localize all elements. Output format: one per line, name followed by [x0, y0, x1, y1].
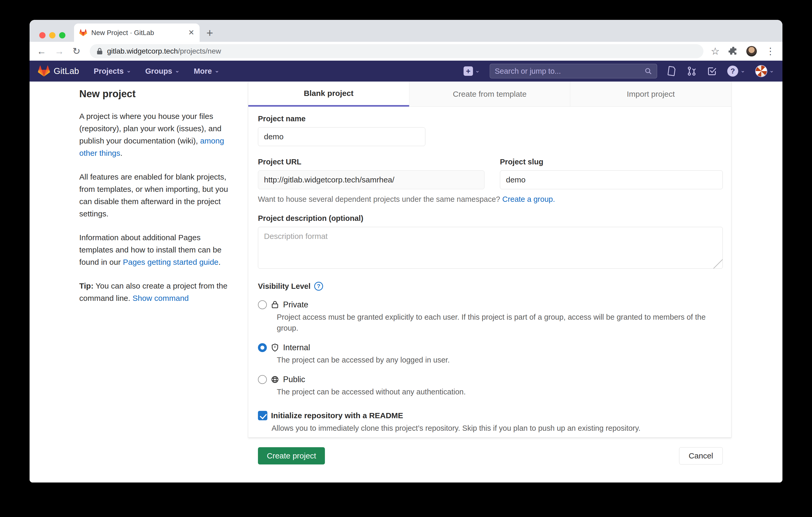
plus-icon: +	[464, 66, 473, 76]
create-project-button[interactable]: Create project	[258, 447, 325, 464]
nav-more-menu[interactable]: More⌄	[194, 67, 220, 75]
url-domain: gitlab.widgetcorp.tech	[107, 47, 178, 55]
chevron-down-icon: ⌄	[770, 68, 774, 73]
chevron-down-icon: ⌄	[214, 68, 219, 73]
gitlab-navbar: GitLab Projects⌄ Groups⌄ More⌄ + ⌄	[30, 61, 782, 82]
reload-icon[interactable]: ↻	[72, 47, 80, 56]
user-avatar	[755, 65, 767, 77]
todos-icon[interactable]	[707, 66, 717, 76]
chevron-down-icon: ⌄	[175, 68, 179, 73]
tab-close-icon[interactable]: ✕	[188, 29, 194, 36]
browser-menu-icon[interactable]: ⋮	[766, 47, 775, 56]
private-label[interactable]: Private	[283, 300, 308, 309]
namespace-hint: Want to house several dependent projects…	[258, 195, 723, 204]
new-project-sidebar: New project A project is where you house…	[79, 88, 234, 316]
readme-checkbox[interactable]	[258, 411, 267, 420]
issues-icon[interactable]	[667, 66, 676, 76]
project-name-input[interactable]	[258, 127, 425, 146]
new-tab-button[interactable]: +	[206, 27, 213, 39]
search-icon	[644, 67, 652, 75]
public-radio[interactable]	[258, 375, 267, 384]
new-project-panel: Blank project Create from template Impor…	[248, 82, 731, 437]
tab-blank-project[interactable]: Blank project	[248, 82, 409, 107]
tab-create-from-template[interactable]: Create from template	[409, 82, 570, 107]
private-description: Project access must be granted explicitl…	[258, 311, 718, 334]
merge-requests-icon[interactable]	[687, 66, 697, 76]
gitlab-home-link[interactable]: GitLab	[38, 65, 79, 77]
visibility-help-icon[interactable]: ?	[314, 282, 323, 291]
chevron-down-icon: ⌄	[126, 68, 131, 73]
public-description: The project can be accessed without any …	[258, 386, 718, 397]
readme-description: Allows you to immediately clone this pro…	[258, 424, 723, 433]
chevron-down-icon: ⌄	[740, 68, 745, 73]
tab-title: New Project · GitLab	[91, 29, 184, 37]
minimize-window-button[interactable]	[49, 32, 55, 38]
user-menu-button[interactable]: ⌄	[755, 65, 774, 77]
search-input[interactable]	[495, 67, 641, 75]
page-title: New project	[79, 88, 234, 99]
blank-project-form: Project name Project URL Project slug Wa…	[248, 107, 731, 464]
shield-icon	[271, 343, 279, 352]
lock-icon	[96, 48, 103, 55]
chevron-down-icon: ⌄	[475, 68, 480, 73]
show-command-link[interactable]: Show command	[133, 294, 188, 302]
internal-description: The project can be accessed by any logge…	[258, 355, 718, 365]
readme-label[interactable]: Initialize repository with a README	[271, 411, 403, 420]
readme-option: Initialize repository with a README Allo…	[258, 411, 723, 433]
gitlab-favicon-icon	[79, 29, 87, 37]
visibility-option-public: Public The project can be accessed witho…	[258, 375, 723, 397]
bookmark-star-icon[interactable]: ☆	[711, 46, 720, 56]
browser-profile-avatar[interactable]	[746, 46, 757, 57]
create-a-group-link[interactable]: Create a group.	[502, 195, 555, 203]
private-radio[interactable]	[258, 300, 267, 309]
project-name-label: Project name	[258, 115, 723, 123]
visibility-option-internal: Internal The project can be accessed by …	[258, 343, 723, 365]
sidebar-paragraph: Information about additional Pages templ…	[79, 231, 234, 268]
close-window-button[interactable]	[39, 32, 46, 38]
browser-window: New Project · GitLab ✕ + ← → ↻ gitlab.wi…	[30, 20, 782, 483]
project-slug-input[interactable]	[500, 171, 723, 189]
forward-icon[interactable]: →	[55, 47, 64, 56]
gitlab-brand-text: GitLab	[54, 66, 79, 76]
project-description-textarea[interactable]	[258, 227, 723, 269]
internal-label[interactable]: Internal	[283, 343, 310, 352]
help-menu-button[interactable]: ? ⌄	[727, 66, 745, 77]
nav-projects-menu[interactable]: Projects⌄	[94, 67, 131, 75]
internal-radio[interactable]	[258, 343, 267, 352]
help-question-icon: ?	[727, 66, 738, 77]
visibility-level-label: Visibility Level	[258, 282, 311, 291]
gitlab-logo-icon	[38, 65, 50, 77]
extensions-puzzle-icon[interactable]	[729, 47, 737, 56]
browser-toolbar: ← → ↻ gitlab.widgetcorp.tech/projects/ne…	[30, 42, 782, 61]
public-label[interactable]: Public	[283, 375, 305, 384]
tab-import-project[interactable]: Import project	[570, 82, 731, 107]
visibility-option-private: Private Project access must be granted e…	[258, 300, 723, 334]
page-content: New project A project is where you house…	[30, 82, 782, 483]
project-slug-label: Project slug	[500, 158, 723, 166]
globe-icon	[271, 375, 279, 384]
zoom-window-button[interactable]	[59, 32, 65, 38]
project-url-input[interactable]	[258, 171, 485, 189]
sidebar-paragraph: All features are enabled for blank proje…	[79, 171, 234, 220]
browser-tab-strip: New Project · GitLab ✕ +	[30, 20, 782, 42]
address-bar[interactable]: gitlab.widgetcorp.tech/projects/new	[90, 44, 703, 58]
browser-tab[interactable]: New Project · GitLab ✕	[74, 24, 200, 42]
url-path: /projects/new	[178, 47, 221, 55]
sidebar-paragraph: A project is where you house your files …	[79, 110, 234, 159]
project-url-label: Project URL	[258, 158, 485, 166]
lock-icon	[271, 301, 279, 309]
cancel-button[interactable]: Cancel	[679, 447, 723, 464]
nav-groups-menu[interactable]: Groups⌄	[145, 67, 180, 75]
new-menu-button[interactable]: + ⌄	[464, 66, 480, 76]
project-type-tabs: Blank project Create from template Impor…	[248, 82, 731, 107]
sidebar-tip: Tip: You can also create a project from …	[79, 280, 234, 304]
back-icon[interactable]: ←	[37, 47, 46, 56]
pages-guide-link[interactable]: Pages getting started guide	[123, 258, 219, 266]
window-controls	[39, 32, 65, 38]
project-description-label: Project description (optional)	[258, 214, 723, 223]
global-search[interactable]	[490, 64, 657, 79]
